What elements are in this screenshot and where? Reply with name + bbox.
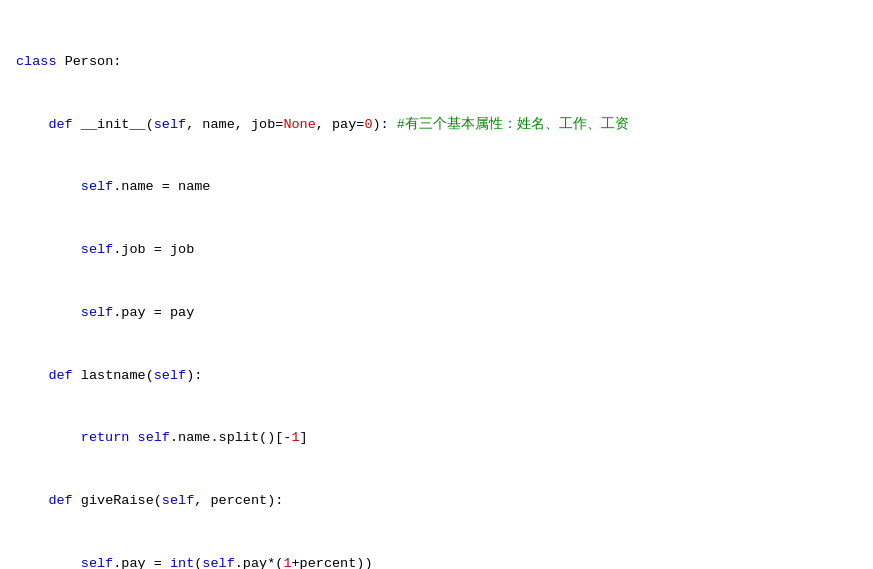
line-6: def lastname(self): (16, 366, 857, 387)
line-2: def __init__(self, name, job=None, pay=0… (16, 115, 857, 136)
line-8: def giveRaise(self, percent): (16, 491, 857, 512)
line-7: return self.name.split()[-1] (16, 428, 857, 449)
line-4: self.job = job (16, 240, 857, 261)
line-5: self.pay = pay (16, 303, 857, 324)
line-1: class Person: (16, 52, 857, 73)
line-3: self.name = name (16, 177, 857, 198)
code-editor: class Person: def __init__(self, name, j… (16, 10, 857, 569)
line-9: self.pay = int(self.pay*(1+percent)) (16, 554, 857, 569)
